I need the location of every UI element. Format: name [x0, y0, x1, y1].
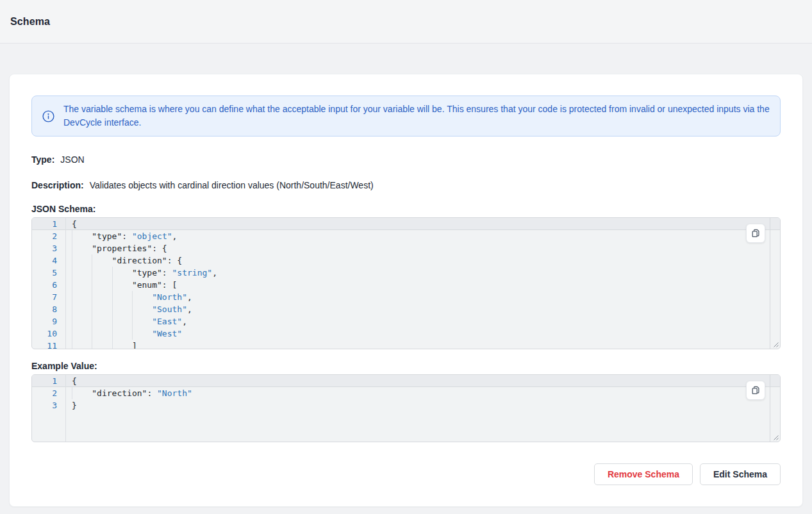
indent-guide [112, 340, 132, 349]
indent-guide [72, 267, 92, 279]
line-number: 6 [32, 279, 65, 291]
indent-guide [92, 327, 112, 340]
indent-guide [112, 315, 132, 327]
edit-schema-button[interactable]: Edit Schema [700, 463, 781, 485]
example-value-editor[interactable]: 1{2"direction": "North"3} [31, 374, 781, 442]
schema-card: The variable schema is where you can def… [9, 74, 803, 507]
indent-guide [132, 303, 152, 315]
indent-guide [72, 279, 92, 291]
indent-guide [92, 267, 112, 279]
code-line: 3} [32, 399, 780, 411]
gutter-divider [65, 375, 66, 442]
description-value: Validates objects with cardinal directio… [90, 179, 374, 192]
info-banner-text: The variable schema is where you can def… [63, 103, 770, 129]
line-number: 3 [32, 242, 65, 254]
page-title: Schema [10, 16, 50, 28]
line-number: 3 [32, 399, 65, 411]
indent-guide [72, 327, 92, 340]
line-number: 5 [32, 267, 65, 279]
code-line: 2"type": "object", [32, 230, 780, 242]
copy-icon [750, 228, 761, 238]
code-line: 10"West" [32, 327, 780, 340]
type-label: Type: [31, 153, 54, 166]
json-schema-label: JSON Schema: [31, 203, 781, 215]
indent-guide [72, 291, 92, 303]
code-line: 7"North", [32, 291, 780, 303]
indent-guide [92, 254, 112, 267]
json-schema-editor[interactable]: 1{2"type": "object",3"properties": {4"di… [31, 217, 781, 349]
code-line: 8"South", [32, 303, 780, 315]
indent-guide [72, 387, 92, 399]
type-field: Type: JSON [31, 153, 781, 166]
code-line: 1{ [32, 218, 780, 230]
gutter-divider [65, 218, 66, 349]
page-header: Schema [0, 0, 812, 44]
indent-guide [72, 303, 92, 315]
line-number: 7 [32, 291, 65, 303]
code-line: 6"enum": [ [32, 279, 780, 291]
indent-guide [112, 303, 132, 315]
code-line: 9"East", [32, 315, 780, 327]
indent-guide [92, 303, 112, 315]
line-number: 4 [32, 254, 65, 267]
indent-guide [92, 279, 112, 291]
resize-handle-icon[interactable] [772, 340, 779, 348]
indent-guide [92, 291, 112, 303]
code-line: 1{ [32, 375, 780, 387]
info-circle-icon [42, 110, 54, 122]
line-number: 11 [32, 340, 65, 349]
code-line: 5"type": "string", [32, 267, 780, 279]
copy-icon [750, 385, 761, 395]
resize-handle-icon[interactable] [772, 433, 779, 441]
remove-schema-button[interactable]: Remove Schema [594, 463, 693, 485]
code-line: 4"direction": { [32, 254, 780, 267]
indent-guide [92, 315, 112, 327]
line-number: 2 [32, 230, 65, 242]
scrollbar-track[interactable] [770, 218, 780, 349]
code-line: 3"properties": { [32, 242, 780, 254]
line-number: 10 [32, 327, 65, 340]
action-buttons: Remove Schema Edit Schema [31, 463, 781, 485]
line-number: 1 [32, 218, 65, 230]
info-banner: The variable schema is where you can def… [31, 95, 781, 137]
description-field: Description: Validates objects with card… [31, 179, 781, 192]
line-number: 2 [32, 387, 65, 399]
indent-guide [72, 340, 92, 349]
indent-guide [132, 327, 152, 340]
scrollbar-track[interactable] [770, 375, 780, 442]
code-line: 2"direction": "North" [32, 387, 780, 399]
indent-guide [132, 315, 152, 327]
example-value-label: Example Value: [31, 360, 781, 372]
line-number: 8 [32, 303, 65, 315]
indent-guide [132, 291, 152, 303]
indent-guide [112, 327, 132, 340]
indent-guide [92, 340, 112, 349]
description-label: Description: [31, 179, 84, 192]
indent-guide [112, 279, 132, 291]
copy-button[interactable] [746, 381, 765, 400]
indent-guide [72, 242, 92, 254]
copy-button[interactable] [746, 224, 765, 243]
type-value: JSON [60, 153, 84, 166]
indent-guide [112, 291, 132, 303]
code-line: 11] [32, 340, 780, 349]
line-number: 9 [32, 315, 65, 327]
indent-guide [72, 230, 92, 242]
indent-guide [72, 315, 92, 327]
indent-guide [112, 267, 132, 279]
indent-guide [72, 254, 92, 267]
line-number: 1 [32, 375, 65, 387]
